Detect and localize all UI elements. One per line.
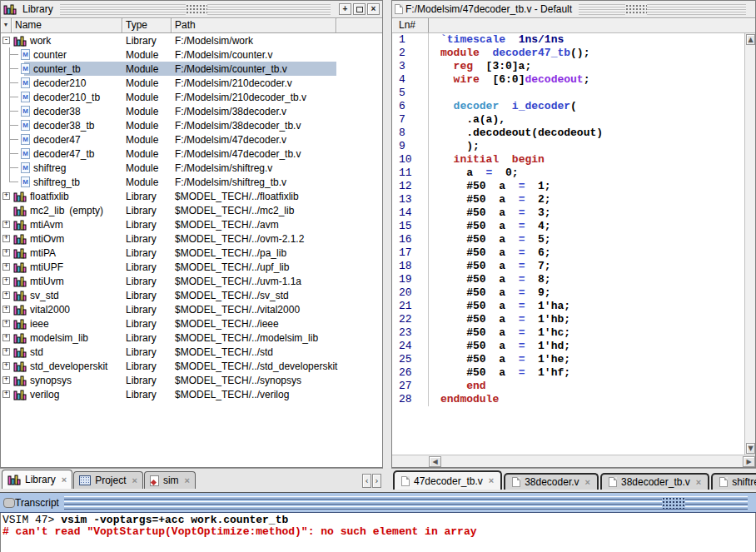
tab-scroll-left-icon[interactable]: ‹ (362, 474, 371, 488)
code-line[interactable]: 15 #50 a = 4; (392, 220, 744, 233)
editor-tab-shiftreg-v[interactable]: shiftreg.v× (711, 473, 756, 490)
scroll-right-icon[interactable]: ▶ (743, 456, 755, 467)
code-line[interactable]: 17 #50 a = 6; (392, 246, 744, 260)
code-line[interactable]: 9 ); (392, 140, 744, 153)
expand-toggle-icon[interactable]: + (2, 249, 10, 256)
code-line[interactable]: 13 #50 a = 2; (392, 193, 744, 206)
filter-icon[interactable]: ▼ (1, 18, 12, 33)
scroll-up-icon[interactable]: ▲ (746, 34, 755, 45)
library-tree-row[interactable]: +mtiAvmLibrary$MODEL_TECH/../avm (1, 217, 382, 231)
code-line[interactable]: 2module decoder47_tb(); (392, 47, 744, 60)
code-line[interactable]: 16 #50 a = 5; (392, 233, 744, 246)
close-icon[interactable]: × (367, 3, 380, 15)
library-tree-row[interactable]: mc2_lib(empty)Library$MODEL_TECH/../mc2_… (1, 203, 382, 217)
expand-toggle-icon[interactable]: + (2, 390, 10, 398)
code-line[interactable]: 20 #50 a = 9; (392, 286, 744, 300)
library-tree-row[interactable]: Mdecoder38ModuleF:/Modelsim/38decoder.v (1, 104, 382, 118)
library-tree-row[interactable]: -workLibraryF:/Modelsim/work (1, 33, 382, 47)
close-icon[interactable]: × (132, 476, 137, 485)
library-tree-row[interactable]: Mdecoder210ModuleF:/Modelsim/210decoder.… (1, 76, 382, 90)
column-header-name[interactable]: Name (12, 18, 122, 33)
transcript-body[interactable]: VSIM 47> vsim -voptargs=+acc work.counte… (0, 513, 756, 552)
drag-grip[interactable] (186, 4, 207, 15)
expand-toggle-icon[interactable]: + (2, 291, 10, 299)
tab-project[interactable]: Project× (73, 471, 143, 489)
code-line[interactable]: 6 decoder i_decoder( (392, 100, 744, 113)
code-line[interactable]: 8 .decodeout(decodeout) (392, 127, 744, 140)
code-line[interactable]: 1`timescale 1ns/1ns (392, 33, 744, 47)
library-tree[interactable]: -workLibraryF:/Modelsim/workMcounterModu… (1, 33, 382, 467)
code-line[interactable]: 27 end (392, 380, 744, 393)
library-tree-row[interactable]: +floatfixlibLibrary$MODEL_TECH/../floatf… (1, 189, 382, 203)
code-line[interactable]: 28endmodule (392, 393, 744, 406)
expand-toggle-icon[interactable]: + (2, 221, 10, 228)
code-line[interactable]: 14 #50 a = 3; (392, 206, 744, 220)
drag-grip[interactable] (662, 497, 685, 509)
library-tree-row[interactable]: +modelsim_libLibrary$MODEL_TECH/../model… (1, 331, 382, 345)
library-tree-row[interactable]: +mtiOvmLibrary$MODEL_TECH/../ovm-2.1.2 (1, 231, 382, 246)
scroll-down-icon[interactable]: ▼ (746, 443, 755, 454)
expand-toggle-icon[interactable]: + (2, 348, 10, 356)
library-tree-row[interactable]: Mshiftreg_tbModuleF:/Modelsim/shiftreg_t… (1, 175, 382, 189)
code-line[interactable]: 25 #50 a = 1'he; (392, 353, 744, 366)
code-line[interactable]: 21 #50 a = 1'ha; (392, 300, 744, 313)
close-icon[interactable]: × (185, 476, 190, 485)
library-tree-row[interactable]: +mtiPALibrary$MODEL_TECH/../pa_lib (1, 246, 382, 260)
code-line[interactable]: 4 wire [6:0]decodeout; (392, 73, 744, 87)
code-line[interactable]: 24 #50 a = 1'hd; (392, 340, 744, 353)
column-header-path[interactable]: Path (172, 18, 336, 33)
code-line[interactable]: 5 (392, 87, 744, 100)
editor-tab-47decoder-tb-v[interactable]: 47decoder_tb.v× (393, 470, 502, 490)
library-tree-row[interactable]: +sv_stdLibrary$MODEL_TECH/../sv_std (1, 288, 382, 302)
code-line[interactable]: 11 a = 0; (392, 167, 744, 180)
library-tree-row[interactable]: +synopsysLibrary$MODEL_TECH/../synopsys (1, 373, 382, 387)
horizontal-scrollbar[interactable]: ◀ ▶ (392, 455, 755, 467)
code-line[interactable]: 22 #50 a = 1'hb; (392, 313, 744, 326)
library-tree-row[interactable]: +ieeeLibrary$MODEL_TECH/../ieee (1, 316, 382, 331)
undock-icon[interactable] (353, 3, 366, 15)
code-line[interactable]: 3 reg [3:0]a; (392, 60, 744, 73)
expand-toggle-icon[interactable]: + (2, 320, 10, 327)
library-tree-row[interactable]: +vital2000Library$MODEL_TECH/../vital200… (1, 302, 382, 316)
code-line[interactable]: 19 #50 a = 8; (392, 273, 744, 286)
close-icon[interactable]: × (585, 478, 590, 487)
expand-toggle-icon[interactable]: + (2, 306, 10, 313)
library-tree-row[interactable]: McounterModuleF:/Modelsim/counter.v (1, 47, 382, 62)
close-icon[interactable]: × (489, 476, 494, 485)
close-icon[interactable]: × (696, 478, 701, 487)
code-line[interactable]: 23 #50 a = 1'hc; (392, 326, 744, 340)
expand-toggle-icon[interactable]: + (2, 192, 10, 200)
library-tree-row[interactable]: Mcounter_tbModuleF:/Modelsim/counter_tb.… (1, 62, 382, 76)
library-tree-row[interactable]: +std_developerskitLibrary$MODEL_TECH/../… (1, 359, 382, 373)
library-tree-row[interactable]: Mdecoder210_tbModuleF:/Modelsim/210decod… (1, 90, 382, 104)
expand-toggle-icon[interactable]: + (2, 376, 10, 384)
code-line[interactable]: 18 #50 a = 7; (392, 260, 744, 273)
code-editor[interactable]: 1`timescale 1ns/1ns2module decoder47_tb(… (392, 33, 755, 455)
add-button[interactable]: + (339, 3, 351, 15)
code-area[interactable]: 1`timescale 1ns/1ns2module decoder47_tb(… (392, 33, 744, 455)
library-tree-row[interactable]: +mtiUPFLibrary$MODEL_TECH/../upf_lib (1, 260, 382, 274)
expand-toggle-icon[interactable]: + (2, 235, 10, 242)
vertical-scrollbar[interactable]: ▲ ▼ (744, 33, 755, 455)
expand-toggle-icon[interactable]: + (2, 334, 10, 341)
library-tree-row[interactable]: +mtiUvmLibrary$MODEL_TECH/../uvm-1.1a (1, 274, 382, 288)
drag-grip[interactable] (625, 4, 647, 15)
vertical-splitter[interactable] (383, 0, 391, 468)
library-tree-row[interactable]: Mdecoder47ModuleF:/Modelsim/47decoder.v (1, 132, 382, 147)
column-header-type[interactable]: Type (122, 18, 172, 33)
editor-tab-38decoder-v[interactable]: 38decoder.v× (504, 473, 599, 490)
editor-tab-38decoder-tb-v[interactable]: 38decoder_tb.v× (600, 473, 709, 490)
tab-library[interactable]: Library× (2, 470, 72, 489)
expand-toggle-icon[interactable]: + (2, 362, 10, 370)
library-tree-row[interactable]: +verilogLibrary$MODEL_TECH/../verilog (1, 387, 382, 401)
library-tree-row[interactable]: Mdecoder38_tbModuleF:/Modelsim/38decoder… (1, 118, 382, 132)
library-tree-row[interactable]: Mdecoder47_tbModuleF:/Modelsim/47decoder… (1, 147, 382, 161)
tab-sim[interactable]: sim× (144, 471, 196, 489)
library-tree-row[interactable]: MshiftregModuleF:/Modelsim/shiftreg.v (1, 161, 382, 175)
code-line[interactable]: 7 .a(a), (392, 113, 744, 127)
close-icon[interactable]: × (62, 475, 67, 485)
expand-toggle-icon[interactable]: + (2, 263, 10, 271)
code-line[interactable]: 12 #50 a = 1; (392, 180, 744, 193)
tab-scroll-right-icon[interactable]: › (372, 474, 381, 488)
scroll-left-icon[interactable]: ◀ (429, 456, 441, 467)
